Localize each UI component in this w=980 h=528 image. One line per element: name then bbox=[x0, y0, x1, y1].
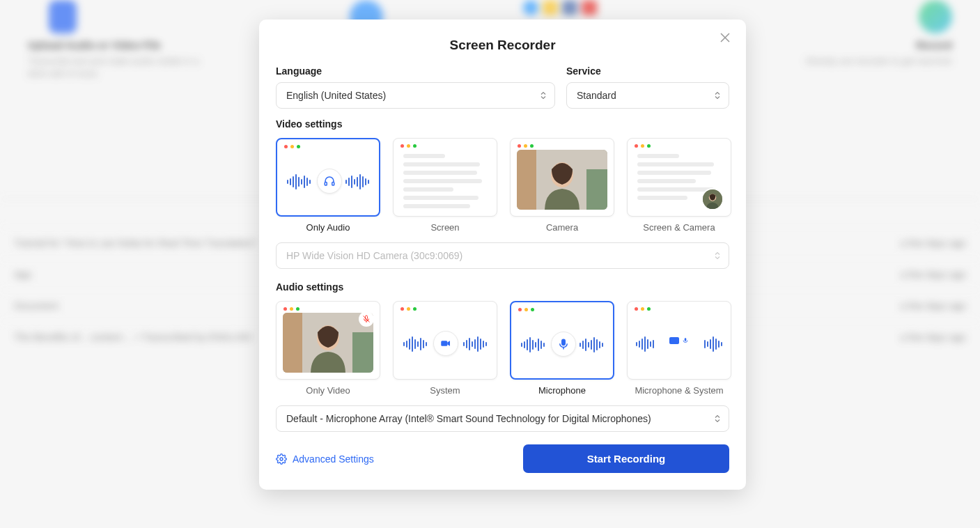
screen-mic-icon bbox=[669, 334, 689, 347]
waveform-icon bbox=[345, 174, 369, 189]
updown-icon bbox=[715, 92, 720, 100]
svg-point-18 bbox=[280, 458, 283, 460]
updown-icon bbox=[540, 92, 546, 100]
language-label: Language bbox=[276, 65, 555, 77]
svg-rect-4 bbox=[586, 169, 607, 210]
video-option-screen[interactable]: Screen bbox=[393, 138, 497, 233]
audio-option-microphone[interactable]: Microphone bbox=[510, 301, 614, 396]
option-label: Microphone bbox=[538, 385, 586, 396]
svg-rect-14 bbox=[441, 341, 447, 346]
option-label: System bbox=[430, 385, 460, 396]
service-select[interactable]: Standard bbox=[566, 82, 729, 109]
window-dots-icon bbox=[400, 307, 417, 311]
option-label: Only Video bbox=[306, 385, 350, 396]
mini-camera-icon bbox=[701, 188, 724, 210]
language-select[interactable]: English (United States) bbox=[276, 82, 555, 109]
video-option-only-audio[interactable]: Only Audio bbox=[276, 138, 380, 233]
microphone-device-select[interactable]: Default - Microphone Array (Intel® Smart… bbox=[276, 405, 729, 432]
audio-options: Only Video System bbox=[276, 301, 729, 396]
video-option-screen-camera[interactable]: Screen & Camera bbox=[627, 138, 731, 233]
audio-settings-label: Audio settings bbox=[276, 281, 729, 293]
video-camera-icon bbox=[433, 331, 458, 356]
window-dots-icon bbox=[635, 144, 651, 148]
window-dots-icon bbox=[283, 307, 300, 311]
video-options: Only Audio Screen bbox=[276, 138, 729, 233]
microphone-icon bbox=[551, 332, 576, 357]
language-value: English (United States) bbox=[286, 90, 386, 101]
waveform-icon bbox=[636, 336, 654, 352]
updown-icon bbox=[715, 252, 720, 260]
option-label: Microphone & System bbox=[635, 385, 723, 396]
start-recording-button[interactable]: Start Recording bbox=[523, 444, 729, 473]
svg-rect-1 bbox=[332, 183, 334, 186]
option-label: Screen bbox=[430, 222, 459, 233]
window-dots-icon bbox=[635, 307, 651, 311]
audio-option-only-video[interactable]: Only Video bbox=[276, 301, 380, 396]
text-lines-icon bbox=[403, 154, 487, 208]
window-dots-icon bbox=[518, 308, 534, 311]
svg-rect-3 bbox=[517, 150, 536, 210]
modal-title: Screen Recorder bbox=[276, 38, 729, 53]
svg-rect-15 bbox=[562, 339, 566, 345]
close-button[interactable] bbox=[717, 29, 733, 46]
waveform-icon bbox=[704, 336, 722, 352]
screen-recorder-modal: Screen Recorder Language English (United… bbox=[259, 20, 746, 490]
headphones-icon bbox=[317, 169, 342, 194]
service-label: Service bbox=[566, 65, 729, 77]
camera-preview-icon bbox=[517, 150, 607, 210]
window-dots-icon bbox=[400, 144, 417, 148]
advanced-settings-link[interactable]: Advanced Settings bbox=[276, 453, 374, 465]
option-label: Camera bbox=[546, 222, 578, 233]
gear-icon bbox=[276, 453, 287, 465]
mic-off-icon bbox=[359, 311, 374, 327]
option-label: Only Audio bbox=[306, 222, 350, 233]
video-settings-label: Video settings bbox=[276, 118, 729, 130]
start-recording-label: Start Recording bbox=[587, 453, 666, 465]
svg-rect-0 bbox=[325, 183, 327, 186]
audio-option-system[interactable]: System bbox=[393, 301, 497, 396]
advanced-settings-label: Advanced Settings bbox=[293, 453, 374, 465]
option-label: Screen & Camera bbox=[643, 222, 715, 233]
microphone-device-value: Default - Microphone Array (Intel® Smart… bbox=[286, 413, 651, 424]
audio-option-microphone-system[interactable]: Microphone & System bbox=[627, 301, 731, 396]
svg-rect-9 bbox=[283, 313, 302, 373]
waveform-icon bbox=[403, 336, 427, 352]
waveform-icon bbox=[287, 174, 311, 189]
waveform-icon bbox=[521, 337, 545, 352]
video-option-camera[interactable]: Camera bbox=[510, 138, 614, 233]
window-dots-icon bbox=[284, 145, 300, 148]
window-dots-icon bbox=[518, 144, 534, 148]
close-icon bbox=[720, 33, 730, 42]
service-value: Standard bbox=[577, 90, 616, 101]
svg-rect-10 bbox=[352, 332, 373, 373]
waveform-icon bbox=[463, 336, 487, 352]
updown-icon bbox=[715, 415, 720, 423]
svg-rect-17 bbox=[685, 338, 687, 341]
camera-device-value: HP Wide Vision HD Camera (30c9:0069) bbox=[286, 250, 462, 261]
camera-device-select[interactable]: HP Wide Vision HD Camera (30c9:0069) bbox=[276, 242, 729, 269]
waveform-icon bbox=[580, 337, 603, 352]
